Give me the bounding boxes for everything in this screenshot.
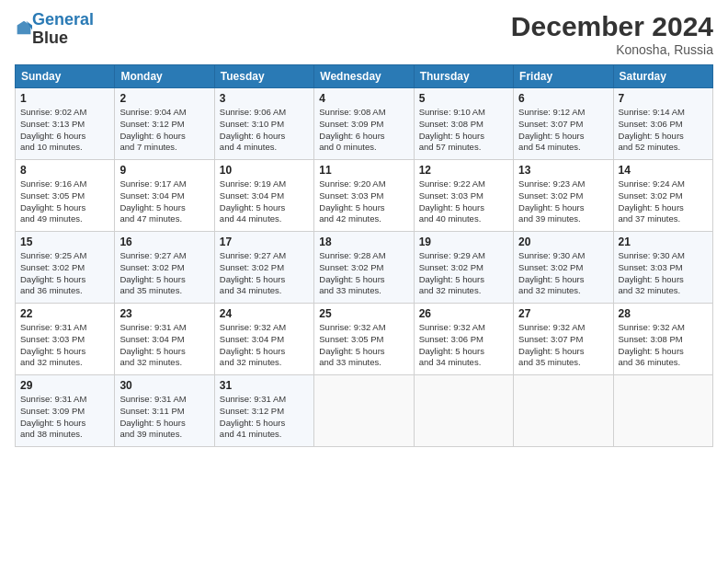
day-info: Sunrise: 9:25 AM Sunset: 3:02 PM Dayligh…	[20, 250, 109, 297]
day-number: 26	[419, 307, 508, 320]
day-info: Sunrise: 9:10 AM Sunset: 3:08 PM Dayligh…	[419, 107, 508, 154]
day-info: Sunrise: 9:17 AM Sunset: 3:04 PM Dayligh…	[119, 178, 209, 225]
calendar-cell: 5Sunrise: 9:10 AM Sunset: 3:08 PM Daylig…	[414, 88, 513, 160]
month-title: December 2024	[511, 11, 713, 42]
day-info: Sunrise: 9:04 AM Sunset: 3:12 PM Dayligh…	[119, 107, 209, 154]
calendar-cell: 21Sunrise: 9:30 AM Sunset: 3:03 PM Dayli…	[613, 232, 712, 304]
calendar-cell: 30Sunrise: 9:31 AM Sunset: 3:11 PM Dayli…	[115, 375, 214, 447]
day-info: Sunrise: 9:31 AM Sunset: 3:09 PM Dayligh…	[20, 394, 109, 441]
day-number: 13	[518, 164, 608, 177]
day-info: Sunrise: 9:30 AM Sunset: 3:03 PM Dayligh…	[619, 250, 708, 297]
calendar-cell: 13Sunrise: 9:23 AM Sunset: 3:02 PM Dayli…	[514, 160, 613, 232]
calendar-cell: 27Sunrise: 9:32 AM Sunset: 3:07 PM Dayli…	[514, 304, 613, 375]
day-info: Sunrise: 9:31 AM Sunset: 3:04 PM Dayligh…	[119, 322, 209, 369]
weekday-header-thursday: Thursday	[414, 65, 513, 88]
calendar-cell: 15Sunrise: 9:25 AM Sunset: 3:02 PM Dayli…	[16, 232, 115, 304]
day-info: Sunrise: 9:22 AM Sunset: 3:03 PM Dayligh…	[419, 178, 508, 225]
calendar-cell	[314, 375, 414, 447]
day-number: 7	[619, 92, 708, 105]
calendar-table: SundayMondayTuesdayWednesdayThursdayFrid…	[15, 64, 713, 447]
day-number: 31	[220, 379, 309, 392]
day-info: Sunrise: 9:20 AM Sunset: 3:03 PM Dayligh…	[319, 178, 408, 225]
calendar-cell	[613, 375, 712, 447]
week-row-5: 29Sunrise: 9:31 AM Sunset: 3:09 PM Dayli…	[16, 375, 713, 447]
logo-icon	[16, 19, 32, 36]
calendar-body: 1Sunrise: 9:02 AM Sunset: 3:13 PM Daylig…	[16, 88, 713, 447]
calendar-cell: 19Sunrise: 9:29 AM Sunset: 3:02 PM Dayli…	[414, 232, 513, 304]
day-info: Sunrise: 9:32 AM Sunset: 3:04 PM Dayligh…	[220, 322, 309, 369]
calendar-cell: 28Sunrise: 9:32 AM Sunset: 3:08 PM Dayli…	[613, 304, 712, 375]
day-info: Sunrise: 9:19 AM Sunset: 3:04 PM Dayligh…	[220, 178, 309, 225]
calendar-cell	[514, 375, 613, 447]
calendar-cell: 8Sunrise: 9:16 AM Sunset: 3:05 PM Daylig…	[16, 160, 115, 232]
day-info: Sunrise: 9:28 AM Sunset: 3:02 PM Dayligh…	[319, 250, 408, 297]
weekday-header-tuesday: Tuesday	[214, 65, 313, 88]
day-number: 6	[518, 92, 608, 105]
weekday-header-sunday: Sunday	[16, 65, 115, 88]
day-info: Sunrise: 9:02 AM Sunset: 3:13 PM Dayligh…	[20, 107, 109, 154]
title-block: December 2024 Konosha, Russia	[511, 11, 713, 57]
day-info: Sunrise: 9:31 AM Sunset: 3:11 PM Dayligh…	[119, 394, 209, 441]
calendar-cell: 24Sunrise: 9:32 AM Sunset: 3:04 PM Dayli…	[214, 304, 313, 375]
day-number: 23	[119, 307, 209, 320]
header: GeneralBlue December 2024 Konosha, Russi…	[15, 11, 713, 57]
day-number: 3	[220, 92, 309, 105]
calendar-cell: 29Sunrise: 9:31 AM Sunset: 3:09 PM Dayli…	[16, 375, 115, 447]
day-info: Sunrise: 9:27 AM Sunset: 3:02 PM Dayligh…	[220, 250, 309, 297]
calendar-cell: 10Sunrise: 9:19 AM Sunset: 3:04 PM Dayli…	[214, 160, 313, 232]
day-number: 15	[20, 236, 109, 248]
day-number: 21	[619, 236, 708, 248]
day-info: Sunrise: 9:32 AM Sunset: 3:05 PM Dayligh…	[319, 322, 408, 369]
day-number: 10	[220, 164, 309, 177]
calendar-cell: 14Sunrise: 9:24 AM Sunset: 3:02 PM Dayli…	[613, 160, 712, 232]
calendar-cell: 16Sunrise: 9:27 AM Sunset: 3:02 PM Dayli…	[115, 232, 214, 304]
day-number: 22	[20, 307, 109, 320]
day-number: 1	[20, 92, 109, 105]
calendar-cell: 12Sunrise: 9:22 AM Sunset: 3:03 PM Dayli…	[414, 160, 513, 232]
calendar-cell: 7Sunrise: 9:14 AM Sunset: 3:06 PM Daylig…	[613, 88, 712, 160]
calendar-cell: 22Sunrise: 9:31 AM Sunset: 3:03 PM Dayli…	[16, 304, 115, 375]
day-number: 2	[119, 92, 209, 105]
weekday-header-monday: Monday	[115, 65, 214, 88]
calendar-cell: 2Sunrise: 9:04 AM Sunset: 3:12 PM Daylig…	[115, 88, 214, 160]
calendar-cell: 17Sunrise: 9:27 AM Sunset: 3:02 PM Dayli…	[214, 232, 313, 304]
day-number: 24	[220, 307, 309, 320]
calendar-cell: 6Sunrise: 9:12 AM Sunset: 3:07 PM Daylig…	[514, 88, 613, 160]
calendar-cell: 3Sunrise: 9:06 AM Sunset: 3:10 PM Daylig…	[214, 88, 313, 160]
calendar-cell: 18Sunrise: 9:28 AM Sunset: 3:02 PM Dayli…	[314, 232, 414, 304]
calendar-cell: 11Sunrise: 9:20 AM Sunset: 3:03 PM Dayli…	[314, 160, 414, 232]
calendar-cell: 31Sunrise: 9:31 AM Sunset: 3:12 PM Dayli…	[214, 375, 313, 447]
day-number: 12	[419, 164, 508, 177]
day-number: 17	[220, 236, 309, 248]
day-info: Sunrise: 9:16 AM Sunset: 3:05 PM Dayligh…	[20, 178, 109, 225]
calendar-cell: 9Sunrise: 9:17 AM Sunset: 3:04 PM Daylig…	[115, 160, 214, 232]
calendar-cell: 4Sunrise: 9:08 AM Sunset: 3:09 PM Daylig…	[314, 88, 414, 160]
day-number: 5	[419, 92, 508, 105]
day-info: Sunrise: 9:29 AM Sunset: 3:02 PM Dayligh…	[419, 250, 508, 297]
day-info: Sunrise: 9:31 AM Sunset: 3:12 PM Dayligh…	[220, 394, 309, 441]
day-number: 8	[20, 164, 109, 177]
calendar-cell: 23Sunrise: 9:31 AM Sunset: 3:04 PM Dayli…	[115, 304, 214, 375]
day-number: 29	[20, 379, 109, 392]
day-info: Sunrise: 9:32 AM Sunset: 3:07 PM Dayligh…	[518, 322, 608, 369]
weekday-header-friday: Friday	[514, 65, 613, 88]
day-info: Sunrise: 9:27 AM Sunset: 3:02 PM Dayligh…	[119, 250, 209, 297]
day-number: 19	[419, 236, 508, 248]
weekday-header-row: SundayMondayTuesdayWednesdayThursdayFrid…	[16, 65, 713, 88]
day-number: 9	[119, 164, 209, 177]
day-number: 20	[518, 236, 608, 248]
day-info: Sunrise: 9:14 AM Sunset: 3:06 PM Dayligh…	[619, 107, 708, 154]
calendar-cell: 20Sunrise: 9:30 AM Sunset: 3:02 PM Dayli…	[514, 232, 613, 304]
day-number: 4	[319, 92, 408, 105]
weekday-header-saturday: Saturday	[613, 65, 712, 88]
day-number: 27	[518, 307, 608, 320]
week-row-4: 22Sunrise: 9:31 AM Sunset: 3:03 PM Dayli…	[16, 304, 713, 375]
calendar-cell: 25Sunrise: 9:32 AM Sunset: 3:05 PM Dayli…	[314, 304, 414, 375]
week-row-1: 1Sunrise: 9:02 AM Sunset: 3:13 PM Daylig…	[16, 88, 713, 160]
weekday-header-wednesday: Wednesday	[314, 65, 414, 88]
week-row-3: 15Sunrise: 9:25 AM Sunset: 3:02 PM Dayli…	[16, 232, 713, 304]
day-info: Sunrise: 9:31 AM Sunset: 3:03 PM Dayligh…	[20, 322, 109, 369]
day-number: 16	[119, 236, 209, 248]
day-number: 14	[619, 164, 708, 177]
calendar-cell: 26Sunrise: 9:32 AM Sunset: 3:06 PM Dayli…	[414, 304, 513, 375]
